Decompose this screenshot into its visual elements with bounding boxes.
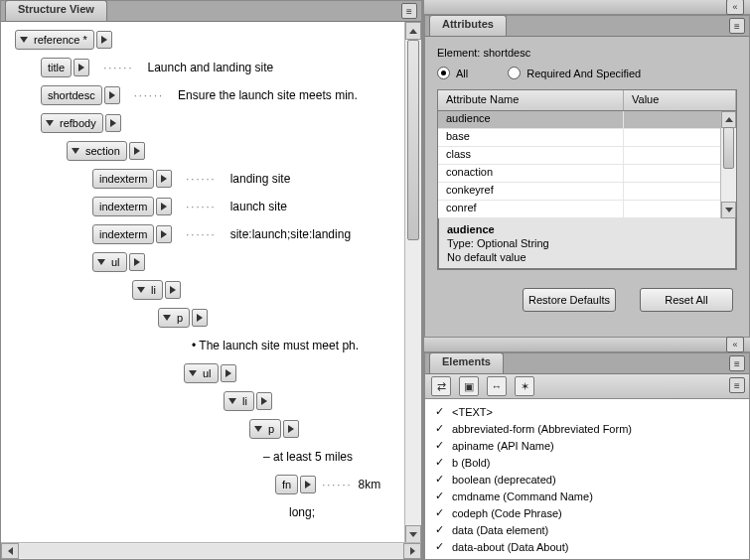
attr-header-value[interactable]: Value bbox=[624, 90, 736, 110]
elements-list-item[interactable]: ✓boolean (deprecated) bbox=[425, 471, 749, 488]
expand-toggle-icon[interactable] bbox=[228, 398, 236, 404]
right-col-handle[interactable]: « bbox=[424, 0, 750, 15]
attr-scroll-thumb[interactable] bbox=[723, 127, 734, 169]
element-chip[interactable]: li bbox=[132, 280, 163, 300]
attribute-row[interactable]: class bbox=[438, 147, 736, 165]
structure-scrollbar-horizontal[interactable] bbox=[1, 542, 421, 559]
tree-row[interactable]: indexterm······launch site bbox=[5, 195, 417, 218]
element-chip[interactable]: ul bbox=[92, 252, 127, 272]
elements-tool-change-icon[interactable]: ↔ bbox=[487, 376, 507, 396]
expand-toggle-icon[interactable] bbox=[20, 37, 28, 43]
tree-row[interactable]: – at least 5 miles bbox=[5, 445, 417, 469]
scroll-up-icon[interactable] bbox=[405, 22, 421, 40]
elements-list-item[interactable]: ✓data-about (Data About) bbox=[425, 538, 749, 555]
attribute-row[interactable]: conref bbox=[438, 201, 736, 218]
insert-after-icon[interactable] bbox=[156, 225, 172, 243]
collapse-right-icon-2[interactable]: « bbox=[726, 337, 744, 352]
insert-after-icon[interactable] bbox=[300, 476, 316, 493]
attribute-row[interactable]: audience bbox=[438, 111, 736, 129]
tree-row[interactable]: • The launch site must meet ph. bbox=[5, 334, 417, 357]
element-chip[interactable]: reference * bbox=[15, 30, 94, 50]
insert-after-icon[interactable] bbox=[129, 253, 145, 271]
tree-row[interactable]: ul bbox=[5, 361, 417, 385]
elements-list-item[interactable]: ✓codeph (Code Phrase) bbox=[425, 504, 749, 521]
insert-after-icon[interactable] bbox=[96, 31, 112, 49]
expand-toggle-icon[interactable] bbox=[72, 148, 79, 154]
tree-row[interactable]: section bbox=[5, 139, 417, 163]
tab-structure-view[interactable]: Structure View bbox=[5, 0, 107, 21]
tree-row[interactable]: p bbox=[5, 306, 417, 330]
elements-tool-wrap-icon[interactable]: ⇄ bbox=[431, 376, 451, 396]
elements-toolbar-menu-icon[interactable] bbox=[729, 377, 745, 393]
elements-list-item[interactable]: ✓apiname (API Name) bbox=[425, 437, 749, 454]
expand-toggle-icon[interactable] bbox=[46, 120, 54, 126]
insert-after-icon[interactable] bbox=[165, 281, 181, 299]
element-chip[interactable]: p bbox=[158, 308, 190, 328]
elements-list-item[interactable]: ✓data (Data element) bbox=[425, 521, 749, 538]
elements-list-item[interactable]: ✓abbreviated-form (Abbreviated Form) bbox=[425, 420, 749, 437]
expand-toggle-icon[interactable] bbox=[97, 259, 105, 265]
tree-row[interactable]: ul bbox=[5, 250, 417, 274]
insert-after-icon[interactable] bbox=[156, 170, 172, 188]
elements-list-item[interactable]: ✓cmdname (Command Name) bbox=[425, 488, 749, 504]
attributes-scrollbar[interactable] bbox=[720, 111, 736, 218]
scroll-right-icon[interactable] bbox=[403, 543, 421, 559]
attr-scroll-down-icon[interactable] bbox=[721, 202, 736, 218]
structure-scrollbar-vertical[interactable] bbox=[404, 22, 421, 543]
element-chip[interactable]: indexterm bbox=[92, 169, 154, 189]
tab-elements[interactable]: Elements bbox=[429, 352, 504, 373]
attribute-row[interactable]: conkeyref bbox=[438, 183, 736, 201]
elements-list-item[interactable]: ✓b (Bold) bbox=[425, 454, 749, 471]
attr-header-name[interactable]: Attribute Name bbox=[438, 90, 624, 110]
tree-row[interactable]: reference * bbox=[5, 28, 417, 52]
element-chip[interactable]: indexterm bbox=[92, 197, 154, 216]
tree-row[interactable]: refbody bbox=[5, 111, 417, 135]
attribute-row[interactable]: conaction bbox=[438, 165, 736, 183]
attr-scroll-up-icon[interactable] bbox=[721, 111, 736, 128]
element-chip[interactable]: fn bbox=[275, 475, 298, 494]
attributes-panel-menu-icon[interactable] bbox=[729, 18, 745, 34]
radio-all[interactable]: All bbox=[437, 67, 468, 79]
reset-all-button[interactable]: Reset All bbox=[640, 288, 733, 312]
attribute-row[interactable]: base bbox=[438, 129, 736, 147]
collapse-right-icon[interactable]: « bbox=[726, 0, 744, 15]
insert-after-icon[interactable] bbox=[221, 364, 236, 382]
restore-defaults-button[interactable]: Restore Defaults bbox=[523, 288, 616, 312]
insert-after-icon[interactable] bbox=[156, 198, 172, 215]
insert-after-icon[interactable] bbox=[192, 309, 208, 327]
element-chip[interactable]: p bbox=[249, 419, 281, 439]
insert-after-icon[interactable] bbox=[129, 142, 145, 160]
element-chip[interactable]: indexterm bbox=[92, 224, 154, 244]
tree-row[interactable]: fn······8km bbox=[5, 473, 417, 496]
expand-toggle-icon[interactable] bbox=[137, 287, 145, 293]
scroll-track-horizontal[interactable] bbox=[19, 544, 403, 558]
tree-row[interactable]: shortdesc······Ensure the launch site me… bbox=[5, 83, 417, 107]
elements-panel-menu-icon[interactable] bbox=[729, 355, 745, 371]
expand-toggle-icon[interactable] bbox=[189, 370, 197, 376]
element-chip[interactable]: title bbox=[41, 58, 72, 77]
element-chip[interactable]: li bbox=[224, 391, 254, 411]
insert-after-icon[interactable] bbox=[105, 114, 121, 132]
expand-toggle-icon[interactable] bbox=[163, 315, 171, 321]
tree-row[interactable]: indexterm······site:launch;site:landing bbox=[5, 222, 417, 246]
tree-row[interactable]: indexterm······landing site bbox=[5, 167, 417, 191]
insert-after-icon[interactable] bbox=[283, 420, 299, 438]
insert-after-icon[interactable] bbox=[256, 392, 272, 410]
element-chip[interactable]: section bbox=[67, 141, 127, 161]
element-chip[interactable]: refbody bbox=[41, 113, 103, 133]
element-chip[interactable]: ul bbox=[184, 363, 219, 383]
tree-row[interactable]: long; bbox=[5, 500, 417, 524]
tree-row[interactable]: li bbox=[5, 389, 417, 413]
scroll-thumb-vertical[interactable] bbox=[407, 40, 419, 240]
tree-row[interactable]: title······Launch and landing site bbox=[5, 56, 417, 79]
radio-required[interactable]: Required And Specified bbox=[508, 67, 641, 79]
scroll-down-icon[interactable] bbox=[405, 525, 421, 543]
tree-row[interactable]: p bbox=[5, 417, 417, 441]
scroll-left-icon[interactable] bbox=[1, 543, 19, 559]
insert-after-icon[interactable] bbox=[104, 86, 120, 104]
elements-tool-options-icon[interactable]: ✶ bbox=[515, 376, 534, 396]
expand-toggle-icon[interactable] bbox=[254, 426, 262, 432]
elements-tool-insert-icon[interactable]: ▣ bbox=[459, 376, 479, 396]
right-col-handle-2[interactable]: « bbox=[424, 338, 750, 352]
structure-panel-menu-icon[interactable] bbox=[401, 3, 417, 19]
